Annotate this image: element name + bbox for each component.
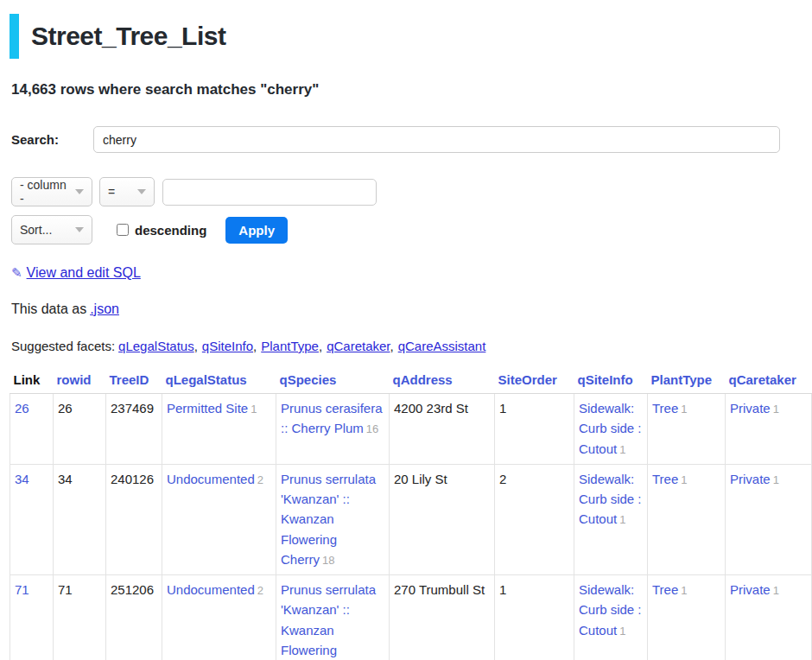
cell-rowid: 34 bbox=[54, 464, 106, 574]
facet-value-link[interactable]: Tree bbox=[652, 582, 678, 597]
facet-count: 1 bbox=[619, 625, 625, 638]
column-header-link: Link bbox=[10, 369, 54, 394]
cell-qaddress: 270 Trumbull St bbox=[390, 575, 495, 660]
sort-by-planttype[interactable]: PlantType bbox=[651, 372, 713, 387]
row-detail-link[interactable]: 34 bbox=[15, 472, 29, 486]
chevron-down-icon bbox=[137, 189, 146, 194]
cell-qsiteinfo: Sidewalk: Curb side : Cutout1 bbox=[574, 394, 648, 465]
facets-prefix: Suggested facets: bbox=[11, 339, 115, 353]
sort-by-qlegalstatus[interactable]: qLegalStatus bbox=[166, 372, 247, 387]
cell-qspecies: Prunus serrulata 'Kwanzan' :: Kwanzan Fl… bbox=[276, 575, 390, 660]
facet-value-link[interactable]: Prunus serrulata 'Kwanzan' :: Kwanzan Fl… bbox=[281, 472, 376, 567]
cell-siteorder: 2 bbox=[495, 464, 574, 574]
facet-value-link[interactable]: Permitted Site bbox=[167, 401, 248, 416]
row-detail-link[interactable]: 71 bbox=[15, 582, 29, 597]
facet-value-link[interactable]: Sidewalk: Curb side : Cutout bbox=[579, 582, 642, 638]
sort-select-value: Sort... bbox=[20, 223, 52, 237]
search-input[interactable] bbox=[93, 126, 780, 153]
facet-value-link[interactable]: Private bbox=[730, 401, 771, 416]
cell-siteorder: 1 bbox=[495, 575, 574, 660]
facet-value-link[interactable]: Sidewalk: Curb side : Cutout bbox=[579, 401, 642, 456]
facet-count: 1 bbox=[251, 403, 257, 416]
cell-treeid: 240126 bbox=[106, 464, 162, 574]
sort-by-qsiteinfo[interactable]: qSiteInfo bbox=[578, 372, 633, 387]
cell-rowid: 71 bbox=[54, 575, 106, 660]
cell-qlegalstatus: Permitted Site1 bbox=[162, 394, 276, 465]
facet-value-link[interactable]: Private bbox=[730, 582, 771, 597]
page-title: Street_Tree_List bbox=[31, 14, 225, 59]
facet-link-planttype[interactable]: PlantType bbox=[261, 339, 319, 353]
cell-qaddress: 20 Lily St bbox=[390, 464, 495, 574]
sort-by-qaddress[interactable]: qAddress bbox=[393, 372, 453, 387]
search-label: Search: bbox=[11, 132, 59, 147]
row-detail-link[interactable]: 26 bbox=[15, 401, 29, 416]
cell-qsiteinfo: Sidewalk: Curb side : Cutout1 bbox=[574, 575, 648, 660]
facet-count: 1 bbox=[681, 473, 687, 486]
column-header-qaddress: qAddress bbox=[390, 369, 495, 394]
suggested-facets: Suggested facets:qLegalStatus,qSiteInfo,… bbox=[11, 339, 812, 353]
cell-qsiteinfo: Sidewalk: Curb side : Cutout1 bbox=[574, 464, 648, 574]
column-header-qlegalstatus: qLegalStatus bbox=[162, 369, 276, 394]
page-header: Street_Tree_List bbox=[10, 14, 812, 59]
facet-count: 2 bbox=[257, 584, 263, 597]
results-table: Link rowid TreeID qLegalStatus qSpecies … bbox=[10, 369, 812, 660]
sort-row: Sort... descending Apply bbox=[11, 215, 812, 244]
cell-qaddress: 4200 23rd St bbox=[390, 394, 495, 465]
filter-operator-select[interactable]: = bbox=[99, 177, 155, 206]
cell-treeid: 251206 bbox=[106, 575, 162, 660]
filter-value-input[interactable] bbox=[162, 179, 377, 206]
sort-by-rowid[interactable]: rowid bbox=[57, 372, 92, 387]
cell-planttype: Tree1 bbox=[648, 394, 726, 465]
facet-link-qcareassistant[interactable]: qCareAssistant bbox=[398, 339, 486, 353]
column-header-planttype: PlantType bbox=[648, 369, 726, 394]
sort-by-qspecies[interactable]: qSpecies bbox=[280, 372, 337, 387]
filter-column-select[interactable]: - column - bbox=[11, 177, 92, 206]
facet-link-qsiteinfo[interactable]: qSiteInfo bbox=[202, 339, 253, 353]
facet-value-link[interactable]: Private bbox=[730, 472, 771, 486]
json-export-link[interactable]: .json bbox=[90, 301, 119, 316]
row-count-summary: 14,663 rows where search matches "cherry… bbox=[11, 81, 812, 98]
descending-checkbox[interactable] bbox=[117, 224, 129, 236]
column-header-qspecies: qSpecies bbox=[276, 369, 390, 394]
facet-value-link[interactable]: Prunus serrulata 'Kwanzan' :: Kwanzan Fl… bbox=[281, 582, 376, 660]
facet-count: 1 bbox=[773, 584, 779, 597]
facet-value-link[interactable]: Undocumented bbox=[167, 472, 255, 486]
facet-link-qcaretaker[interactable]: qCaretaker bbox=[327, 339, 390, 353]
facet-count: 18 bbox=[322, 554, 334, 567]
cell-qspecies: Prunus serrulata 'Kwanzan' :: Kwanzan Fl… bbox=[276, 464, 390, 574]
sort-by-treeid[interactable]: TreeID bbox=[110, 372, 149, 387]
sort-by-siteorder[interactable]: SiteOrder bbox=[498, 372, 557, 387]
view-edit-sql-link[interactable]: View and edit SQL bbox=[27, 265, 141, 280]
export-line: This data as.json bbox=[11, 301, 812, 317]
facet-link-qlegalstatus[interactable]: qLegalStatus bbox=[118, 339, 194, 353]
cell-qspecies: Prunus cerasifera :: Cherry Plum16 bbox=[276, 394, 390, 465]
export-prefix: This data as bbox=[11, 301, 86, 316]
cell-rowid: 26 bbox=[54, 394, 106, 465]
facet-value-link[interactable]: Tree bbox=[652, 472, 678, 486]
cell-qcaretaker: Private1 bbox=[726, 575, 812, 660]
facet-count: 1 bbox=[773, 473, 779, 486]
facet-value-link[interactable]: Sidewalk: Curb side : Cutout bbox=[579, 472, 642, 527]
column-header-siteorder: SiteOrder bbox=[495, 369, 574, 394]
cell-qcaretaker: Private1 bbox=[726, 394, 812, 465]
cell-treeid: 237469 bbox=[106, 394, 162, 465]
sort-by-qcaretaker[interactable]: qCaretaker bbox=[729, 372, 796, 387]
facet-count: 1 bbox=[681, 584, 687, 597]
apply-button[interactable]: Apply bbox=[225, 217, 288, 244]
search-form: Search: bbox=[11, 126, 812, 153]
descending-label: descending bbox=[135, 223, 206, 238]
column-header-qcaretaker: qCaretaker bbox=[726, 369, 812, 394]
filter-column-value: - column - bbox=[20, 178, 67, 206]
column-header-qsiteinfo: qSiteInfo bbox=[574, 369, 648, 394]
chevron-down-icon bbox=[75, 227, 84, 232]
facet-count: 1 bbox=[681, 403, 687, 416]
cell-planttype: Tree1 bbox=[648, 575, 726, 660]
table-header-row: Link rowid TreeID qLegalStatus qSpecies … bbox=[10, 369, 812, 394]
facet-value-link[interactable]: Undocumented bbox=[167, 582, 255, 597]
sql-line: ✎View and edit SQL bbox=[11, 265, 812, 281]
facet-count: 1 bbox=[619, 443, 625, 456]
sort-select[interactable]: Sort... bbox=[11, 215, 92, 244]
facet-value-link[interactable]: Tree bbox=[652, 401, 678, 416]
filter-operator-value: = bbox=[108, 185, 115, 199]
cell-qcaretaker: Private1 bbox=[726, 464, 812, 574]
